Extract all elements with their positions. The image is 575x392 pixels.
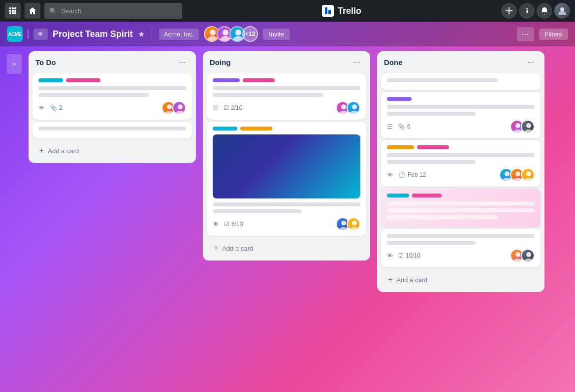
svg-rect-2 — [14, 7, 16, 9]
paperclip-icon: 📎 — [50, 104, 57, 111]
card-2[interactable] — [32, 122, 192, 138]
column-cards-todo: 👁 📎 2 — [29, 71, 196, 140]
search-bar[interactable]: 🔍 Search — [44, 3, 182, 19]
member-avatars: +12 — [204, 26, 258, 42]
attachment-count: 2 — [59, 104, 63, 111]
app-logo: Trello — [186, 5, 497, 17]
column-menu-done[interactable]: ··· — [524, 56, 538, 68]
card-9-footer-left: 👁 ☑ 10/10 — [387, 252, 420, 260]
card-6-footer-left: ☰ 📎 6 — [387, 123, 411, 131]
card-7-members — [499, 168, 535, 182]
workspace-logo[interactable]: ACME — [7, 26, 23, 42]
svg-point-24 — [515, 252, 520, 257]
home-button[interactable] — [25, 3, 40, 19]
column-header-done: Done ··· — [377, 51, 544, 71]
svg-point-19 — [515, 123, 520, 128]
card-text-line — [387, 241, 476, 245]
user-avatar[interactable] — [554, 3, 570, 19]
card-member-yellow[interactable] — [347, 217, 360, 231]
card-4-text — [213, 202, 360, 213]
column-menu-todo[interactable]: ··· — [176, 56, 189, 68]
card-3-checklist: ☑ 2/10 — [224, 104, 242, 111]
card-5-text — [387, 78, 535, 82]
card-1-attachment: 📎 2 — [50, 104, 63, 111]
add-button[interactable] — [501, 3, 517, 19]
card-text-line — [387, 215, 498, 219]
svg-point-17 — [341, 221, 346, 226]
card-4-checklist: ☑ 6/10 — [224, 221, 243, 228]
invite-button[interactable]: Invite — [263, 29, 290, 40]
eye-icon: 👁 — [213, 221, 219, 228]
card-member-yellow[interactable] — [521, 168, 535, 182]
card-text-line — [387, 78, 498, 82]
svg-point-9 — [560, 7, 564, 11]
card-4[interactable]: 👁 ☑ 6/10 — [207, 122, 366, 236]
card-9-members — [510, 249, 535, 262]
visibility-button[interactable]: 👁 — [33, 29, 48, 40]
date-value: Feb 12 — [408, 171, 426, 178]
svg-point-25 — [526, 252, 531, 257]
notifications-button[interactable] — [537, 3, 552, 19]
card-member-purple[interactable] — [172, 101, 186, 115]
card-1-text — [38, 86, 186, 97]
label-cyan — [38, 78, 63, 82]
card-7[interactable]: 👁 🕐 Feb 12 — [381, 140, 541, 187]
card-text-line — [387, 112, 476, 116]
card-member-gray[interactable] — [521, 249, 535, 262]
star-button[interactable]: ★ — [138, 30, 145, 39]
filter-button[interactable]: Filters — [539, 29, 568, 40]
card-text-line — [387, 153, 535, 157]
column-menu-doing[interactable]: ··· — [350, 56, 363, 68]
card-3-labels — [213, 78, 360, 82]
svg-point-10 — [210, 30, 216, 35]
card-member-teal[interactable] — [347, 101, 360, 115]
member-count-badge[interactable]: +12 — [242, 26, 258, 42]
label-cyan — [387, 194, 409, 197]
card-text-line — [213, 93, 323, 97]
svg-rect-0 — [9, 7, 11, 9]
card-8-text — [387, 201, 535, 219]
card-text-line — [387, 201, 535, 205]
board-title[interactable]: Project Team Spirit — [53, 29, 133, 39]
top-nav: 🔍 Search Trello ℹ — [0, 0, 575, 22]
card-3[interactable]: ☰ ☑ 2/10 — [207, 73, 366, 120]
card-text-line — [387, 234, 535, 238]
card-text-line — [213, 86, 360, 90]
column-cards-doing: ☰ ☑ 2/10 — [203, 71, 370, 238]
svg-point-11 — [223, 30, 228, 35]
list-icon: ☰ — [387, 123, 393, 131]
checklist-icon: ☑ — [224, 104, 229, 111]
svg-rect-8 — [14, 12, 16, 14]
info-button[interactable]: ℹ — [519, 3, 535, 19]
add-icon: + — [214, 244, 218, 253]
card-text-line — [213, 209, 301, 213]
column-todo: To Do ··· 👁 📎 2 — [29, 51, 196, 163]
svg-point-12 — [235, 30, 241, 35]
svg-point-16 — [352, 104, 357, 109]
more-button[interactable]: ··· — [517, 27, 534, 41]
search-placeholder: Search — [61, 7, 81, 15]
card-9[interactable]: 👁 ☑ 10/10 — [381, 229, 541, 267]
sidebar-toggle[interactable]: » — [7, 54, 22, 74]
workspace-button[interactable]: Acme, Inc. — [159, 29, 199, 40]
add-card-label: Add a card — [48, 147, 79, 155]
card-member-gray[interactable] — [521, 120, 535, 133]
column-doing: Doing ··· ☰ ☑ 2/1 — [203, 51, 370, 261]
card-text-line — [387, 208, 535, 212]
checklist-progress: 6/10 — [231, 221, 243, 228]
card-5[interactable] — [381, 73, 541, 90]
card-6[interactable]: ☰ 📎 6 — [381, 92, 541, 138]
svg-point-23 — [526, 171, 531, 176]
svg-point-20 — [526, 123, 531, 128]
card-3-footer: ☰ ☑ 2/10 — [213, 101, 360, 115]
card-9-text — [387, 234, 535, 245]
add-card-doing[interactable]: + Add a card — [207, 240, 366, 257]
card-1[interactable]: 👁 📎 2 — [32, 73, 192, 120]
label-pink — [412, 194, 442, 197]
card-8[interactable] — [381, 189, 541, 227]
add-card-done[interactable]: + Add a card — [381, 271, 541, 288]
card-6-text — [387, 105, 535, 116]
apps-button[interactable] — [5, 3, 21, 19]
svg-point-22 — [515, 171, 520, 176]
add-card-todo[interactable]: + Add a card — [32, 142, 192, 159]
